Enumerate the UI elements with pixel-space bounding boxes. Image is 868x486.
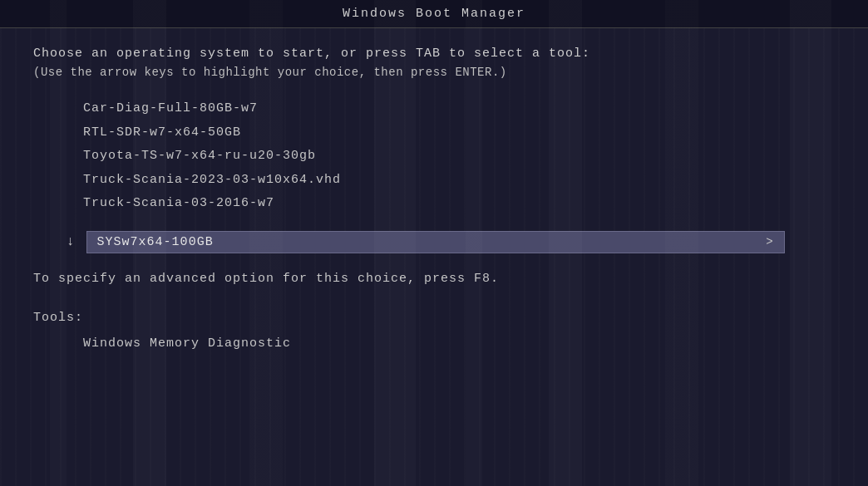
tools-label: Tools:	[33, 311, 835, 325]
list-item[interactable]: RTL-SDR-w7-x64-50GB	[83, 121, 835, 145]
tools-item[interactable]: Windows Memory Diagnostic	[83, 336, 835, 351]
main-content: Choose an operating system to start, or …	[0, 28, 868, 367]
instruction-secondary: (Use the arrow keys to highlight your ch…	[33, 66, 835, 79]
tools-section: Tools: Windows Memory Diagnostic	[33, 311, 835, 351]
selected-os-item[interactable]: SYSw7x64-100GB >	[86, 231, 785, 253]
selected-os-label: SYSw7x64-100GB	[97, 235, 214, 249]
instruction-primary: Choose an operating system to start, or …	[33, 47, 835, 61]
selected-row[interactable]: ↓ SYSw7x64-100GB >	[67, 231, 835, 253]
title-bar: Windows Boot Manager	[0, 0, 868, 28]
list-item[interactable]: Car-Diag-Full-80GB-w7	[83, 97, 835, 121]
right-arrow-icon: >	[766, 235, 773, 248]
advanced-option-text: To specify an advanced option for this c…	[33, 272, 835, 286]
selection-arrow-icon: ↓	[67, 234, 75, 249]
title-text: Windows Boot Manager	[343, 7, 525, 21]
list-item[interactable]: Toyota-TS-w7-x64-ru-u20-30gb	[83, 145, 835, 169]
list-item[interactable]: Truck-Scania-03-2016-w7	[83, 192, 835, 216]
list-item[interactable]: Truck-Scania-2023-03-w10x64.vhd	[83, 169, 835, 193]
os-list: Car-Diag-Full-80GB-w7 RTL-SDR-w7-x64-50G…	[83, 97, 835, 216]
